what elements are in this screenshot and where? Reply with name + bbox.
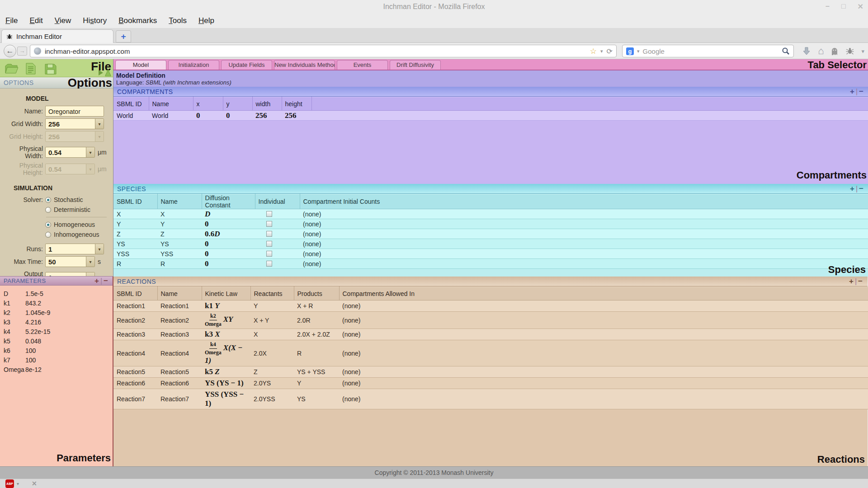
column-header-compartment-initial-counts[interactable]: Compartment Initial Counts [300, 194, 868, 209]
compartments-remove-button[interactable]: − [858, 87, 865, 96]
parameter-row[interactable]: k21.045e-9 [0, 308, 113, 317]
parameter-row[interactable]: k50.048 [0, 336, 113, 346]
compartments-add-button[interactable]: + [849, 87, 856, 96]
name-input[interactable]: Oregonator [45, 106, 104, 117]
reload-icon[interactable]: ⟳ [607, 47, 613, 56]
parameters-remove-button[interactable]: − [102, 277, 109, 285]
menu-tools[interactable]: Tools [169, 16, 187, 25]
column-header-name[interactable]: Name [157, 194, 202, 209]
search-box[interactable]: g ▾ Google [622, 45, 794, 57]
reaction-row[interactable]: Reaction1Reaction1k1 YYX + R(none) [113, 300, 868, 312]
search-placeholder[interactable]: Google [643, 47, 778, 55]
runs-value[interactable]: 1 [46, 244, 95, 254]
reactions-add-button[interactable]: + [848, 277, 855, 286]
compartments-header[interactable]: COMPARTMENTS + | − [113, 87, 868, 97]
parameters-add-button[interactable]: + [93, 277, 100, 285]
reactions-remove-button[interactable]: − [857, 277, 864, 286]
save-icon[interactable] [44, 62, 57, 74]
toolbar-overflow-chevron-icon[interactable]: ▾ [861, 48, 864, 55]
browser-tab[interactable]: Inchman Editor [1, 29, 113, 43]
tab-drift-diffusivity[interactable]: Drift Diffusivity [390, 60, 441, 70]
individual-checkbox[interactable] [266, 231, 272, 237]
runs-combo[interactable]: 1 ▾ [45, 244, 104, 254]
species-row[interactable]: YSYS0(none) [113, 239, 868, 249]
species-row[interactable]: YY0(none) [113, 219, 868, 229]
column-header-x[interactable]: x [193, 97, 223, 111]
column-header-height[interactable]: height [282, 97, 311, 111]
column-header-diffusion-constant[interactable]: Diffusion Constant [202, 194, 255, 209]
individual-checkbox[interactable] [266, 221, 272, 227]
adblock-chevron-icon[interactable]: ▾ [17, 481, 19, 486]
tab-events[interactable]: Events [337, 60, 388, 70]
parameter-row[interactable]: k34.216 [0, 317, 113, 327]
radio-homogeneous[interactable] [45, 222, 51, 228]
flask-icon[interactable] [105, 69, 111, 76]
physical-width-combo[interactable]: 0.54 ▾ [45, 147, 95, 158]
download-icon[interactable] [802, 47, 811, 56]
home-icon[interactable]: ⌂ [818, 45, 824, 57]
physical-width-value[interactable]: 0.54 [46, 147, 86, 157]
tab-model[interactable]: Model [115, 60, 166, 70]
radio-deterministic[interactable] [45, 207, 51, 213]
menu-history[interactable]: History [83, 16, 107, 25]
reaction-row[interactable]: Reaction5Reaction5k5 ZZYS + YSS(none) [113, 366, 868, 378]
reactions-header[interactable]: REACTIONS + | − [113, 277, 868, 286]
parameter-row[interactable]: Omega8e-12 [0, 365, 113, 374]
tab-update-fields[interactable]: Update Fields [221, 60, 272, 70]
run-play-icon[interactable] [98, 69, 104, 76]
new-document-icon[interactable] [25, 62, 38, 74]
individual-checkbox[interactable] [266, 251, 272, 257]
max-time-combo[interactable]: 50 ▾ [45, 256, 95, 267]
grid-width-value[interactable]: 256 [46, 119, 95, 129]
reaction-row[interactable]: Reaction7Reaction7YSS (YSS − 1) 2.0YSSYS… [113, 389, 868, 409]
reaction-row[interactable]: Reaction3Reaction3k3 XX2.0X + 2.0Z(none) [113, 329, 868, 340]
radio-stochastic[interactable] [45, 197, 51, 203]
menu-file[interactable]: File [5, 16, 18, 25]
parameters-panel-header[interactable]: PARAMETERS + | − [0, 276, 113, 286]
grid-width-combo[interactable]: 256 ▾ [45, 118, 104, 129]
species-row[interactable]: RR0(none) [113, 259, 868, 269]
close-icon[interactable]: ✕ [858, 2, 863, 11]
column-header-width[interactable]: width [252, 97, 282, 111]
column-header-y[interactable]: y [223, 97, 252, 111]
parameter-row[interactable]: k7100 [0, 355, 113, 365]
forward-button[interactable]: → [17, 47, 27, 56]
radio-inhomogeneous[interactable] [45, 232, 51, 238]
compartment-row[interactable]: WorldWorld00256256 [113, 111, 868, 121]
minimize-icon[interactable]: – [826, 2, 830, 11]
column-header-sbml-id[interactable]: SBML ID [113, 97, 149, 111]
column-header-products[interactable]: Products [294, 287, 339, 300]
reaction-row[interactable]: Reaction6Reaction6YS (YS − 1) 2.0YSY(non… [113, 378, 868, 389]
menu-bookmarks[interactable]: Bookmarks [118, 16, 157, 25]
url-chevron-icon[interactable]: ▾ [600, 48, 603, 54]
column-header-name[interactable]: Name [157, 287, 202, 300]
column-header-name[interactable]: Name [149, 97, 193, 111]
menu-view[interactable]: View [55, 16, 71, 25]
parameter-row[interactable]: k6100 [0, 346, 113, 355]
addon-bar-close-icon[interactable]: ✕ [32, 480, 37, 487]
max-time-chevron-icon[interactable]: ▾ [86, 257, 94, 267]
parameter-row[interactable]: k45.22e-15 [0, 327, 113, 336]
search-magnifier-icon[interactable] [782, 47, 790, 55]
reaction-row[interactable]: Reaction4Reaction4k4OmegaX(X − 1)2.0XR(n… [113, 340, 868, 366]
column-header-sbml-id[interactable]: SBML ID [113, 194, 157, 209]
column-header-sbml-id[interactable]: SBML ID [113, 287, 157, 300]
ghost-icon[interactable] [830, 47, 839, 56]
species-remove-button[interactable]: − [858, 184, 865, 193]
species-row[interactable]: ZZ0.6D(none) [113, 229, 868, 239]
addon-bug-icon[interactable] [845, 47, 854, 55]
species-header[interactable]: SPECIES + | − [113, 184, 868, 194]
search-engine-chevron-icon[interactable]: ▾ [637, 48, 640, 54]
physical-width-chevron-icon[interactable]: ▾ [86, 147, 94, 157]
maximize-icon[interactable]: □ [841, 2, 846, 11]
reaction-row[interactable]: Reaction2Reaction2k2OmegaXYX + Y2.0R(non… [113, 312, 868, 329]
menu-help[interactable]: Help [198, 16, 214, 25]
url-text[interactable]: inchman-editor.appspot.com [45, 47, 586, 55]
parameter-row[interactable]: D1.5e-5 [0, 289, 113, 298]
individual-checkbox[interactable] [266, 241, 272, 247]
column-header-compartments-allowed-in[interactable]: Compartments Allowed In [339, 287, 868, 300]
back-button[interactable]: ← [4, 45, 16, 57]
adblock-icon[interactable]: ABP [5, 479, 14, 488]
max-time-value[interactable]: 50 [46, 257, 86, 267]
column-header-kinetic-law[interactable]: Kinetic Law [202, 287, 250, 300]
